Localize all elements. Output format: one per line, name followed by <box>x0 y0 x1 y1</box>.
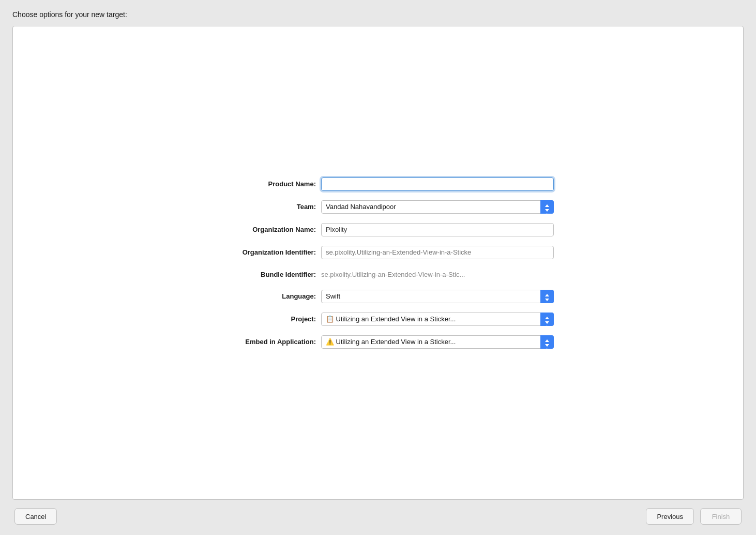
cancel-button[interactable]: Cancel <box>14 508 57 525</box>
team-label: Team: <box>202 203 316 211</box>
embed-select-wrapper: ⚠️ Utilizing an Extended View in a Stick… <box>321 335 554 349</box>
embed-label: Embed in Application: <box>202 338 316 346</box>
org-identifier-row: Organization Identifier: <box>202 246 554 259</box>
embed-row: Embed in Application: ⚠️ Utilizing an Ex… <box>202 335 554 349</box>
org-name-row: Organization Name: <box>202 223 554 236</box>
language-select[interactable]: Swift Objective-C <box>321 290 554 303</box>
bundle-identifier-row: Bundle Identifier: se.pixolity.Utilizing… <box>202 269 554 280</box>
org-identifier-label: Organization Identifier: <box>202 248 316 256</box>
bundle-identifier-label: Bundle Identifier: <box>202 271 316 278</box>
project-label: Project: <box>202 315 316 323</box>
team-select-wrapper: Vandad Nahavandipoor <box>321 200 554 214</box>
bundle-identifier-value: se.pixolity.Utilizing-an-Extended-View-i… <box>321 269 554 280</box>
language-label: Language: <box>202 292 316 300</box>
team-row: Team: Vandad Nahavandipoor <box>202 200 554 214</box>
project-select[interactable]: 📋 Utilizing an Extended View in a Sticke… <box>321 313 554 326</box>
language-row: Language: Swift Objective-C <box>202 290 554 303</box>
language-select-wrapper: Swift Objective-C <box>321 290 554 303</box>
finish-button[interactable]: Finish <box>700 508 742 525</box>
project-select-wrapper: 📋 Utilizing an Extended View in a Sticke… <box>321 313 554 326</box>
org-name-label: Organization Name: <box>202 226 316 233</box>
product-name-row: Product Name: <box>202 177 554 191</box>
product-name-label: Product Name: <box>202 180 316 188</box>
team-select[interactable]: Vandad Nahavandipoor <box>321 200 554 214</box>
footer: Cancel Previous Finish <box>12 508 744 525</box>
project-row: Project: 📋 Utilizing an Extended View in… <box>202 313 554 326</box>
form-container: Product Name: Team: Vandad Nahavandipoor… <box>202 177 554 349</box>
previous-button[interactable]: Previous <box>646 508 694 525</box>
embed-select[interactable]: ⚠️ Utilizing an Extended View in a Stick… <box>321 335 554 349</box>
footer-right: Previous Finish <box>646 508 742 525</box>
page-title: Choose options for your new target: <box>12 10 744 19</box>
org-name-input[interactable] <box>321 223 554 236</box>
main-panel: Product Name: Team: Vandad Nahavandipoor… <box>12 26 744 500</box>
org-identifier-input[interactable] <box>321 246 554 259</box>
product-name-input[interactable] <box>321 177 554 191</box>
